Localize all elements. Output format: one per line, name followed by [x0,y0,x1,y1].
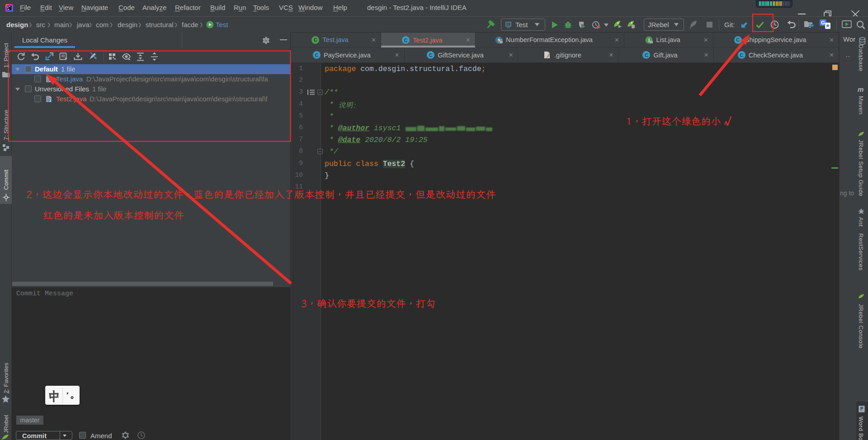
svg-text:J: J [49,79,51,83]
svg-text:I: I [648,37,650,43]
svg-text:G: G [821,20,825,25]
svg-text:J: J [49,99,51,103]
